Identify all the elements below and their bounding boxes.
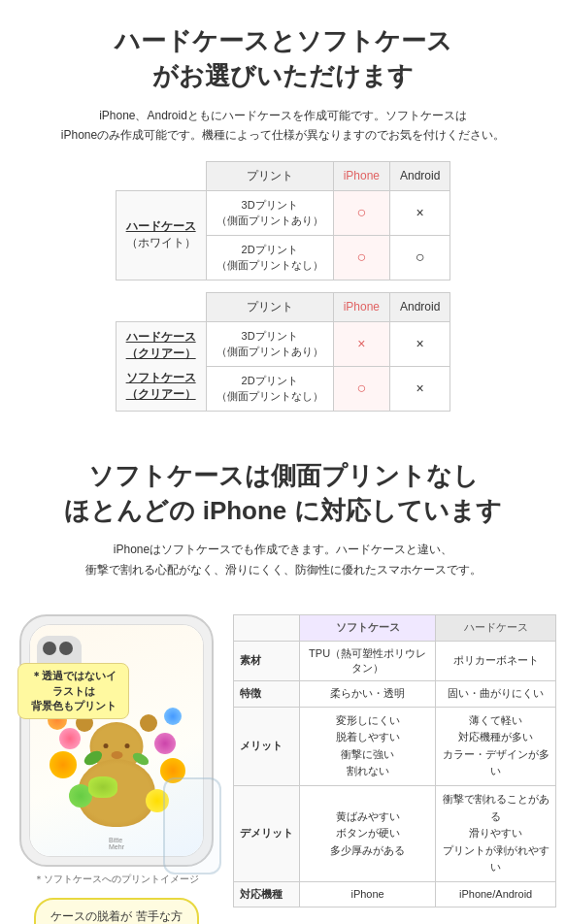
flower-6 — [154, 733, 176, 754]
col2-android: Android — [390, 292, 450, 321]
demerit-label: デメリット — [234, 786, 300, 882]
compat-hard: iPhone/Android — [436, 882, 556, 908]
bear-ear-right — [140, 714, 157, 732]
comparison-table: ソフトケース ハードケース 素材 TPU（熱可塑性ポリウレタン） ポリカーボネー… — [233, 614, 556, 908]
demerit-hard: 衝撃で割れることがある滑りやすいプリントが剥がれやすい — [436, 786, 556, 882]
row1-android: × — [390, 190, 450, 235]
merit-label: メリット — [234, 707, 300, 785]
flower-9 — [88, 776, 117, 798]
case-table-1: プリント iPhone Android ハードケース （ホワイト） 3Dプリント… — [116, 161, 451, 412]
brand-text: BitteMehr — [109, 837, 124, 850]
row2-iphone: ○ — [333, 235, 389, 280]
lower-section: ＊透過ではないイラストは背景色もプリント — [0, 614, 566, 924]
soft-case-header: ソフトケース — [300, 615, 436, 641]
demerit-soft: 黄ばみやすいボタンが硬い多少厚みがある — [300, 786, 436, 882]
row3-iphone: × — [333, 321, 389, 366]
col-print: プリント — [206, 161, 333, 190]
row3-android: × — [390, 321, 450, 366]
material-hard: ポリカーボネート — [436, 641, 556, 681]
material-soft: TPU（熱可塑性ポリウレタン） — [300, 641, 436, 681]
merit-soft: 変形しにくい脱着しやすい衝撃に強い割れない — [300, 707, 436, 785]
phone-caption: ＊ソフトケースへのプリントイメージ — [10, 873, 223, 886]
section2-title: ソフトケースは側面プリントなしほとんどの iPhone に対応しています — [19, 458, 547, 529]
col-android: Android — [390, 161, 450, 190]
section2: ソフトケースは側面プリントなしほとんどの iPhone に対応しています iPh… — [0, 431, 566, 615]
merit-hard: 薄くて軽い対応機種が多いカラー・デザインが多い — [436, 707, 556, 785]
compat-label: 対応機種 — [234, 882, 300, 908]
feature-label: 特徴 — [234, 681, 300, 707]
material-label: 素材 — [234, 641, 300, 681]
row4-print: 2Dプリント（側面プリントなし） — [206, 366, 333, 411]
balloon-note: ＊透過ではないイラストは背景色もプリント — [17, 663, 129, 719]
section1-description: iPhone、Androidともにハードケースを作成可能です。ソフトケースは i… — [19, 106, 547, 146]
camera-lens-2 — [59, 642, 73, 655]
camera-lens-1 — [43, 642, 56, 655]
feature-soft: 柔らかい・透明 — [300, 681, 436, 707]
col-iphone: iPhone — [333, 161, 389, 190]
phone-area: ＊透過ではないイラストは背景色もプリント — [10, 614, 223, 924]
case-balloon: ケースの脱着が 苦手な方におすすめ。 — [34, 898, 199, 924]
section1: ハードケースとソフトケースがお選びいただけます iPhone、Androidとも… — [0, 0, 566, 431]
col2-print: プリント — [206, 292, 333, 321]
compat-soft: iPhone — [300, 882, 436, 908]
hard-case-header: ハードケース — [436, 615, 556, 641]
feature-hard: 固い・曲がりにくい — [436, 681, 556, 707]
table1-container: プリント iPhone Android ハードケース （ホワイト） 3Dプリント… — [19, 161, 547, 412]
row4-iphone: ○ — [333, 366, 389, 411]
flower-7 — [164, 708, 182, 725]
hard-white-label: ハードケース （ホワイト） — [116, 190, 206, 280]
flower-1 — [50, 751, 77, 778]
hard-clear-soft-clear-label: ハードケース（クリアー） ソフトケース（クリアー） — [116, 321, 206, 411]
row2-print: 2Dプリント（側面プリントなし） — [206, 235, 333, 280]
comparison-table-wrap: ソフトケース ハードケース 素材 TPU（熱可塑性ポリウレタン） ポリカーボネー… — [233, 614, 556, 908]
row2-android: ○ — [390, 235, 450, 280]
row4-android: × — [390, 366, 450, 411]
clear-case-silhouette — [163, 777, 221, 874]
flower-2 — [59, 728, 81, 749]
row1-print: 3Dプリント（側面プリントあり） — [206, 190, 333, 235]
section2-description: iPhoneはソフトケースでも作成できます。ハードケースと違い、 衝撃で割れる心… — [19, 540, 547, 579]
section1-title: ハードケースとソフトケースがお選びいただけます — [19, 23, 547, 94]
col2-iphone: iPhone — [333, 292, 389, 321]
row1-iphone: ○ — [333, 190, 389, 235]
row3-print: 3Dプリント（側面プリントあり） — [206, 321, 333, 366]
